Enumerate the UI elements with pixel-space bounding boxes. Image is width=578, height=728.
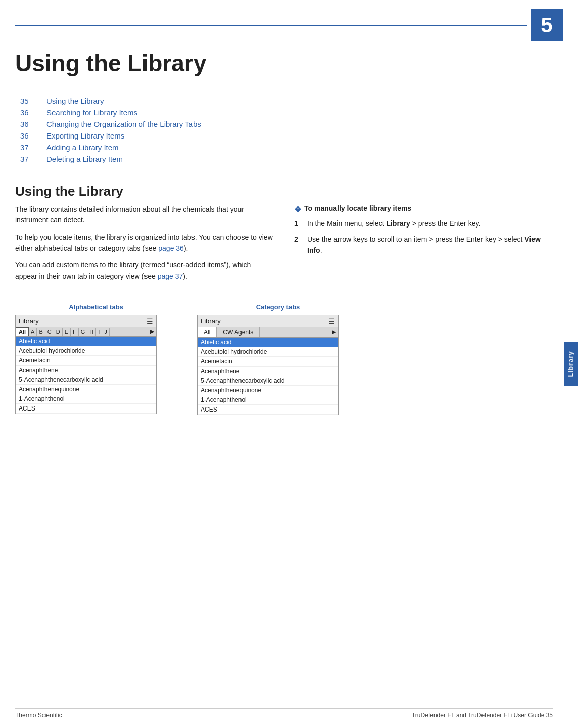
cat-title: Library <box>201 317 221 325</box>
list-item[interactable]: Acemetacin <box>16 356 156 366</box>
list-item[interactable]: Abietic acid <box>198 338 338 347</box>
list-item[interactable]: Abietic acid <box>16 337 156 346</box>
alpha-tab[interactable]: A <box>29 328 37 336</box>
list-item[interactable]: Acebutolol hydrochloride <box>16 346 156 356</box>
cat-tab[interactable]: CW Agents <box>217 327 260 337</box>
alpha-tabs-row[interactable]: AllABCDEFGHIJ▶ <box>16 327 156 337</box>
list-item[interactable]: Acenaphthenequinone <box>198 386 338 395</box>
list-item[interactable]: Acemetacin <box>198 357 338 367</box>
alpha-tab[interactable]: C <box>45 328 54 336</box>
alpha-tab[interactable]: All <box>16 327 29 336</box>
alpha-tab[interactable]: G <box>79 328 88 336</box>
list-item[interactable]: Acenaphthene <box>16 366 156 375</box>
body-text-1: The library contains detailed informatio… <box>15 204 274 226</box>
top-rule <box>15 25 527 26</box>
toc-item: 37Deleting a Library Item <box>20 155 553 163</box>
left-column: The library contains detailed informatio… <box>15 204 274 288</box>
sidebar-tab: Library <box>564 342 578 386</box>
list-item[interactable]: Acenaphthenequinone <box>16 385 156 394</box>
two-column-layout: The library contains detailed informatio… <box>15 204 553 288</box>
category-caption: Category tabs <box>197 303 359 311</box>
alpha-tab[interactable]: E <box>63 328 71 336</box>
cat-tabs-row[interactable]: AllCW Agents▶ <box>198 327 338 338</box>
bullet-heading: ❖ To manually locate library items <box>294 204 553 214</box>
link-page-36[interactable]: page 36 <box>158 244 184 252</box>
toc-item: 36Changing the Organization of the Libra… <box>20 120 553 128</box>
list-item[interactable]: ACES <box>16 404 156 414</box>
alpha-tab[interactable]: B <box>37 328 45 336</box>
page-title: Using the Library <box>15 51 553 76</box>
toc-label: Adding a Library Item <box>46 143 119 152</box>
cat-tab[interactable]: All <box>198 327 217 337</box>
alphabetical-widget: Library ☰ AllABCDEFGHIJ▶ Abietic acidAce… <box>15 315 157 414</box>
alpha-title: Library <box>19 317 39 325</box>
alpha-tab[interactable]: D <box>54 328 63 336</box>
toc-item: 36Searching for Library Items <box>20 108 553 117</box>
cat-scroll-arrow[interactable]: ▶ <box>330 328 338 336</box>
toc-label: Using the Library <box>46 97 104 105</box>
alpha-menu-icon: ☰ <box>147 317 153 325</box>
toc-item: 35Using the Library <box>20 97 553 105</box>
sidebar-label: Library <box>567 351 574 377</box>
list-item[interactable]: 1-Acenaphthenol <box>16 394 156 404</box>
right-column: ❖ To manually locate library items 1In t… <box>294 204 553 288</box>
step-text: In the Main menu, select Library > press… <box>307 218 480 230</box>
alpha-list: Abietic acidAcebutolol hydrochlorideAcem… <box>16 337 156 414</box>
list-item[interactable]: 5-Acenaphthenecarboxylic acid <box>16 375 156 385</box>
list-item[interactable]: Acebutolol hydrochloride <box>198 347 338 357</box>
diamond-icon: ❖ <box>294 205 301 214</box>
section-heading: Using the Library <box>15 184 553 199</box>
toc-label: Searching for Library Items <box>46 108 137 117</box>
steps-list: 1In the Main menu, select Library > pres… <box>294 218 553 256</box>
body-text-2: To help you locate items, the library is… <box>15 232 274 254</box>
alpha-scroll-arrow[interactable]: ▶ <box>148 327 156 336</box>
list-item[interactable]: ACES <box>198 405 338 415</box>
alpha-title-bar: Library ☰ <box>16 315 156 327</box>
screenshots-row: Alphabetical tabs Library ☰ AllABCDEFGHI… <box>15 303 553 415</box>
toc-item: 36Exporting Library Items <box>20 131 553 140</box>
alpha-tab[interactable]: J <box>102 328 110 336</box>
category-widget: Library ☰ AllCW Agents▶ Abietic acidAceb… <box>197 315 339 415</box>
category-block: Category tabs Library ☰ AllCW Agents▶ Ab… <box>197 303 359 415</box>
link-page-37[interactable]: page 37 <box>158 272 183 280</box>
page-footer: Thermo Scientific TruDefender FT and Tru… <box>15 708 553 719</box>
toc-label: Exporting Library Items <box>46 131 124 140</box>
alpha-tab[interactable]: F <box>71 328 79 336</box>
list-item[interactable]: 1-Acenaphthenol <box>198 395 338 405</box>
bullet-heading-text: To manually locate library items <box>304 204 411 212</box>
alphabetical-block: Alphabetical tabs Library ☰ AllABCDEFGHI… <box>15 303 177 414</box>
toc-page: 35 <box>20 97 40 105</box>
toc-item: 37Adding a Library Item <box>20 143 553 152</box>
cat-list: Abietic acidAcebutolol hydrochlorideAcem… <box>198 338 338 415</box>
main-content: Using the Library 35Using the Library36S… <box>15 0 553 415</box>
toc-label: Changing the Organization of the Library… <box>46 120 201 128</box>
toc-label: Deleting a Library Item <box>46 155 123 163</box>
list-item: 2Use the arrow keys to scroll to an item… <box>294 234 553 256</box>
alpha-tab[interactable]: I <box>96 328 102 336</box>
table-of-contents: 35Using the Library36Searching for Libra… <box>20 97 553 163</box>
list-item: 1In the Main menu, select Library > pres… <box>294 218 553 230</box>
list-item[interactable]: Acenaphthene <box>198 367 338 376</box>
toc-page: 37 <box>20 143 40 152</box>
step-text: Use the arrow keys to scroll to an item … <box>307 234 553 256</box>
footer-right: TruDefender FT and TruDefender FTi User … <box>412 712 553 719</box>
chapter-number: 5 <box>541 13 552 37</box>
toc-page: 37 <box>20 155 40 163</box>
cat-menu-icon: ☰ <box>328 317 335 325</box>
step-number: 1 <box>294 218 302 230</box>
list-item[interactable]: 5-Acenaphthenecarboxylic acid <box>198 376 338 386</box>
body-text-3: You can add custom items to the library … <box>15 260 274 282</box>
footer-left: Thermo Scientific <box>15 712 62 719</box>
cat-title-bar: Library ☰ <box>198 315 338 327</box>
step-number: 2 <box>294 234 302 245</box>
toc-page: 36 <box>20 120 40 128</box>
toc-page: 36 <box>20 131 40 140</box>
alphabetical-caption: Alphabetical tabs <box>15 303 177 311</box>
alpha-tab[interactable]: H <box>87 328 96 336</box>
chapter-box: 5 <box>531 9 563 41</box>
toc-page: 36 <box>20 108 40 117</box>
